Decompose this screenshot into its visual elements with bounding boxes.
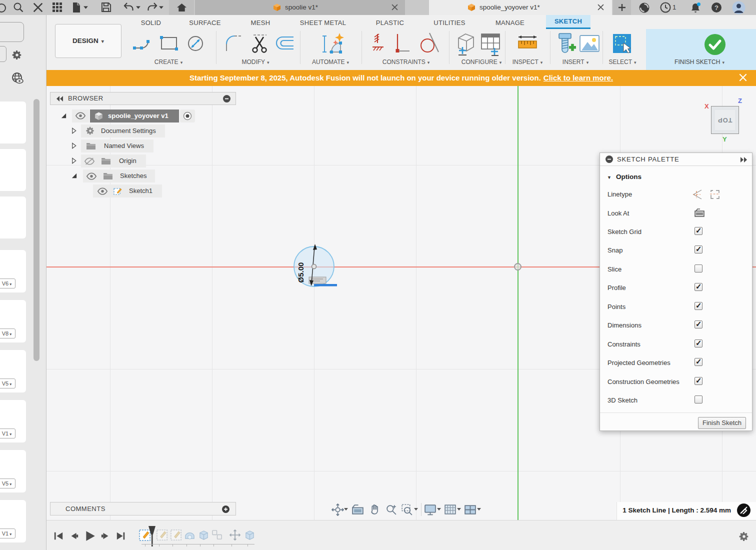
- job-status-clock-icon[interactable]: [660, 2, 671, 13]
- version-card[interactable]: [0, 149, 26, 191]
- expand-toggle[interactable]: [71, 142, 77, 149]
- browser-item-sketch1[interactable]: Sketch1: [93, 184, 162, 198]
- notifications-bell-icon[interactable]: [690, 2, 701, 14]
- redo-caret-icon[interactable]: [159, 6, 164, 9]
- document-tab-spoolie[interactable]: spoolie v1*: [195, 0, 405, 15]
- orbit-caret-icon[interactable]: [344, 508, 348, 510]
- zoom-icon[interactable]: [385, 504, 398, 516]
- slice-checkbox[interactable]: [694, 264, 702, 272]
- tab-manage[interactable]: MANAGE: [496, 19, 524, 26]
- timeline-feature-pattern-disabled[interactable]: [212, 529, 223, 541]
- timeline-skip-end-icon[interactable]: [116, 531, 126, 541]
- close-icon[interactable]: [33, 2, 43, 12]
- view-cube[interactable]: TOP: [711, 106, 739, 134]
- look-at-nav-icon[interactable]: [352, 504, 364, 516]
- version-dropdown[interactable]: V1: [0, 428, 16, 438]
- version-card[interactable]: V6: [0, 250, 26, 292]
- viewports-caret-icon[interactable]: [477, 508, 481, 510]
- tab-surface[interactable]: SURFACE: [189, 19, 221, 26]
- options-section-header[interactable]: Options: [607, 173, 642, 180]
- constraints-checkbox[interactable]: [694, 340, 702, 348]
- new-file-caret-icon[interactable]: [84, 6, 88, 9]
- sketch-palette-header[interactable]: SKETCH PALETTE: [600, 153, 752, 166]
- sketch-geometry[interactable]: Ø5.00: [274, 221, 404, 306]
- create-arc-icon[interactable]: [131, 32, 154, 55]
- insert-group-label[interactable]: INSERT: [562, 58, 588, 66]
- timeline-feature-sketch-disabled[interactable]: [156, 529, 168, 541]
- timeline-feature-move-disabled[interactable]: [229, 529, 241, 541]
- version-card[interactable]: V5: [0, 350, 26, 392]
- expand-toggle[interactable]: [60, 112, 67, 119]
- browser-item-document-settings[interactable]: Document Settings: [81, 124, 165, 138]
- strip-globe-icon[interactable]: [11, 72, 24, 85]
- version-card[interactable]: [0, 196, 26, 238]
- close-tab-icon[interactable]: [392, 4, 398, 10]
- activate-component-radio[interactable]: [180, 110, 195, 122]
- modify-trim-icon[interactable]: [248, 32, 272, 55]
- palette-collapse-icon[interactable]: [606, 156, 613, 163]
- select-icon[interactable]: [610, 32, 634, 56]
- 3d-sketch-checkbox[interactable]: [694, 396, 702, 404]
- timeline-settings-gear-icon[interactable]: [738, 531, 750, 542]
- version-dropdown[interactable]: V6: [0, 278, 16, 288]
- configure-table-icon[interactable]: [480, 32, 502, 56]
- banner-close-icon[interactable]: [739, 74, 747, 82]
- version-dropdown[interactable]: V1: [0, 528, 16, 538]
- tab-utilities[interactable]: UTILITIES: [434, 19, 465, 26]
- version-card[interactable]: V8: [0, 300, 26, 342]
- timeline-feature-revolve-disabled[interactable]: [184, 529, 196, 541]
- display-caret-icon[interactable]: [437, 508, 441, 510]
- automate-icon[interactable]: [320, 32, 346, 56]
- configure-cube-icon[interactable]: [456, 32, 478, 56]
- undo-icon[interactable]: [123, 2, 134, 12]
- strip-button[interactable]: [0, 22, 24, 42]
- tab-plastic[interactable]: PLASTIC: [376, 19, 404, 26]
- comments-bar[interactable]: COMMENTS: [50, 502, 236, 516]
- browser-root-item[interactable]: spoolie_yoyover v1: [90, 110, 179, 122]
- design-mode-dropdown[interactable]: DESIGN: [55, 24, 122, 58]
- version-dropdown[interactable]: V8: [0, 328, 16, 338]
- timeline-feature-box-disabled[interactable]: [244, 529, 256, 541]
- tab-solid[interactable]: SOLID: [141, 19, 162, 26]
- create-group-label[interactable]: CREATE: [154, 58, 182, 66]
- modify-fillet-icon[interactable]: [222, 32, 246, 55]
- create-circle-icon[interactable]: [184, 32, 207, 55]
- constraint-fixed-icon[interactable]: [370, 33, 390, 55]
- app-grid-icon[interactable]: [52, 2, 62, 12]
- constraints-group-label[interactable]: CONSTRAINTS: [382, 58, 430, 66]
- modify-group-label[interactable]: MODIFY: [242, 58, 269, 66]
- document-tab-spoolie-yoyover[interactable]: spoolie_yoyover v1*: [429, 0, 612, 15]
- new-file-icon[interactable]: [72, 2, 82, 13]
- version-dropdown[interactable]: V5: [0, 478, 16, 488]
- palette-dock-icon[interactable]: [740, 157, 748, 162]
- automate-group-label[interactable]: AUTOMATE: [312, 58, 349, 66]
- dimensions-checkbox[interactable]: [694, 320, 702, 328]
- expand-toggle[interactable]: [71, 158, 77, 164]
- new-tab-button[interactable]: [613, 0, 631, 15]
- viewports-icon[interactable]: [464, 504, 476, 516]
- zoom-window-icon[interactable]: [401, 504, 414, 516]
- grid-caret-icon[interactable]: [457, 508, 461, 510]
- display-settings-icon[interactable]: [424, 504, 436, 516]
- points-checkbox[interactable]: [694, 302, 702, 310]
- search-icon[interactable]: [13, 2, 24, 13]
- zoom-caret-icon[interactable]: [414, 508, 418, 510]
- projected-geometries-checkbox[interactable]: [694, 358, 702, 366]
- timeline-feature-sketch-disabled[interactable]: [170, 529, 182, 541]
- look-at-icon[interactable]: [694, 208, 705, 218]
- version-card[interactable]: V5: [0, 450, 26, 492]
- expand-toggle[interactable]: [71, 128, 77, 134]
- browser-collapse-icon[interactable]: [223, 95, 230, 102]
- orbit-icon[interactable]: [332, 504, 344, 516]
- home-button[interactable]: [169, 0, 194, 15]
- profile-checkbox[interactable]: [694, 283, 702, 291]
- create-rectangle-icon[interactable]: [158, 32, 180, 55]
- strip-scrollbar[interactable]: [34, 99, 40, 361]
- timeline-feature-box-disabled[interactable]: [198, 529, 210, 541]
- configure-group-label[interactable]: CONFIGURE: [462, 58, 502, 66]
- constraint-tangent-icon[interactable]: [416, 32, 442, 55]
- banner-link[interactable]: Click to learn more.: [544, 74, 613, 82]
- snap-checkbox[interactable]: [694, 246, 702, 254]
- redo-icon[interactable]: [146, 2, 158, 12]
- inspect-measure-icon[interactable]: [516, 32, 540, 55]
